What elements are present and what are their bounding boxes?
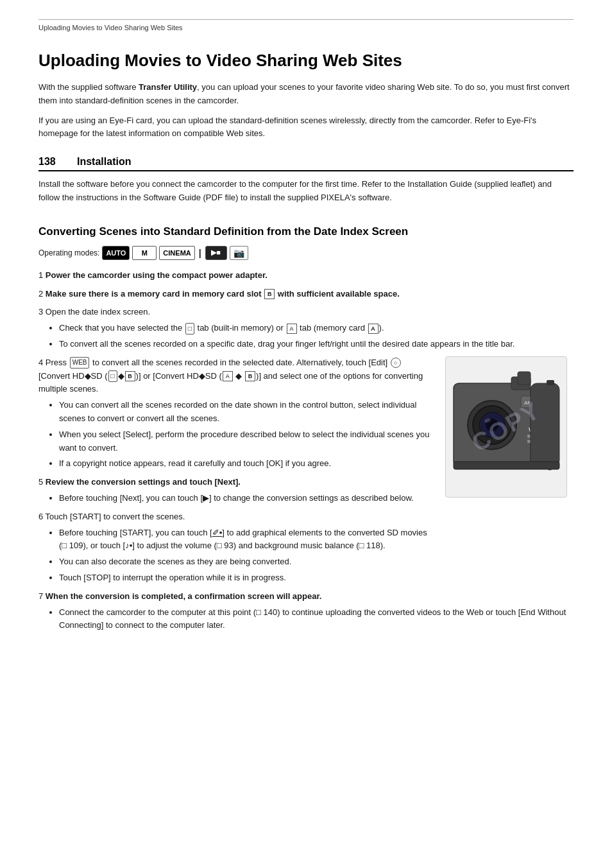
mode-separator: | xyxy=(199,248,201,258)
section-title: Installation xyxy=(77,156,131,168)
step-6-sub-3: Touch [STOP] to interrupt the operation … xyxy=(59,571,432,585)
subsection-title: Converting Scenes into Standard Definiti… xyxy=(38,225,574,238)
slot-a3-icon: A xyxy=(223,371,233,381)
svg-rect-19 xyxy=(531,383,559,467)
mode-m: M xyxy=(132,246,157,260)
step-5-sub-1: Before touching [Next], you can touch [▶… xyxy=(59,492,432,505)
intro-para-2: If you are using an Eye-Fi card, you can… xyxy=(38,114,574,141)
page: Uploading Movies to Video Sharing Web Si… xyxy=(0,0,612,663)
step-4-sub-2: When you select [Select], perform the pr… xyxy=(59,428,432,455)
step-6-sub-1: Before touching [START], you can touch [… xyxy=(59,526,432,553)
steps-list-final: 7 When the conversion is completed, a co… xyxy=(38,590,574,632)
intro-para-1: With the supplied software Transfer Util… xyxy=(38,81,574,108)
step-4-text: Press WEB to convert all the scenes reco… xyxy=(38,358,423,394)
installation-section-header: 138 Installation xyxy=(38,156,574,171)
card-a-icon2: A xyxy=(368,324,378,334)
step-7-text: When the conversion is completed, a conf… xyxy=(46,591,322,601)
builtin-mem-icon: □ xyxy=(185,323,194,334)
step-4: 4 Press WEB to convert all the scenes re… xyxy=(38,356,432,471)
section-number: 138 xyxy=(38,156,77,168)
step-7-subs: Connect the camcorder to the computer at… xyxy=(38,606,574,633)
card-a-icon: A xyxy=(287,324,297,334)
step-1-text: Power the camcorder using the compact po… xyxy=(46,270,268,280)
step-7-sub-1: Connect the camcorder to the computer at… xyxy=(59,606,574,633)
svg-rect-7 xyxy=(518,372,531,385)
step-6-text: Touch [START] to convert the scenes. xyxy=(46,512,185,521)
steps-list: 1 Power the camcorder using the compact … xyxy=(38,269,574,351)
web-button-icon: WEB xyxy=(70,357,90,369)
mode-cinema: CINEMA xyxy=(159,246,194,260)
step-3: 3 Open the date index screen. Check that… xyxy=(38,306,574,351)
step-2: 2 Make sure there is a memory card in me… xyxy=(38,288,574,301)
step-5-text: Review the conversion settings and touch… xyxy=(46,477,241,487)
step-6-sub-2: You can also decorate the scenes as they… xyxy=(59,555,432,569)
step-3-sub-2: To convert all the scenes recorded on a … xyxy=(59,338,574,351)
step-6-subs: Before touching [START], you can touch [… xyxy=(38,526,432,585)
step-2-text: Make sure there is a memory card in memo… xyxy=(46,289,400,299)
deco-icon: ✐▪ xyxy=(212,528,223,537)
camera-image-column: AF/MF 1 WEB xyxy=(445,356,574,498)
edit-circle-icon: ○ xyxy=(391,358,401,368)
step-5-subs: Before touching [Next], you can touch [▶… xyxy=(38,492,432,505)
step-4-subs: You can convert all the scenes recorded … xyxy=(38,399,432,471)
slot-b3-icon: B xyxy=(245,371,255,381)
content-with-image: 4 Press WEB to convert all the scenes re… xyxy=(38,356,574,590)
slot-b2-icon: B xyxy=(125,371,135,381)
top-rule xyxy=(38,19,574,20)
step-7: 7 When the conversion is completed, a co… xyxy=(38,590,574,632)
mode-auto: AUTO xyxy=(102,246,130,260)
step-1: 1 Power the camcorder using the compact … xyxy=(38,269,574,282)
mode-camera: 📷 xyxy=(230,246,248,260)
svg-rect-22 xyxy=(454,462,559,469)
step-4-sub-3: If a copyright notice appears, read it c… xyxy=(59,457,432,471)
step-6: 6 Touch [START] to convert the scenes. B… xyxy=(38,510,432,585)
breadcrumb: Uploading Movies to Video Sharing Web Si… xyxy=(38,24,574,31)
step-4-sub-1: You can convert all the scenes recorded … xyxy=(59,399,432,426)
text-column: 4 Press WEB to convert all the scenes re… xyxy=(38,356,432,590)
step-3-subs: Check that you have selected the □ tab (… xyxy=(38,322,574,351)
builtin-icon: □ xyxy=(108,370,117,382)
installation-body: Install the software before you connect … xyxy=(38,178,574,205)
page-title: Uploading Movies to Video Sharing Web Si… xyxy=(38,51,574,71)
camera-illustration: AF/MF 1 WEB xyxy=(445,356,567,498)
camera-svg: AF/MF 1 WEB xyxy=(447,358,566,496)
operating-modes-label: Operating modes: xyxy=(38,248,99,257)
step-5: 5 Review the conversion settings and tou… xyxy=(38,476,432,505)
mode-web: ▶■ xyxy=(205,246,227,260)
operating-modes-row: Operating modes: AUTO M CINEMA | ▶■ 📷 xyxy=(38,246,574,260)
slot-b-icon: B xyxy=(264,289,275,299)
steps-list-continued: 4 Press WEB to convert all the scenes re… xyxy=(38,356,432,585)
step-3-text: Open the date index screen. xyxy=(46,307,150,317)
svg-rect-21 xyxy=(547,380,554,385)
step-3-sub-1: Check that you have selected the □ tab (… xyxy=(59,322,574,335)
